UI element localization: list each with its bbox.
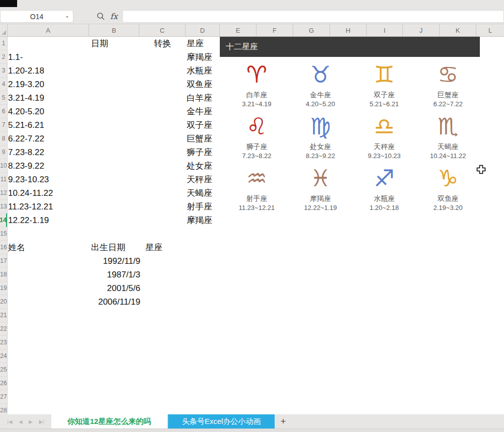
formula-input[interactable]: [122, 10, 504, 23]
tab-sheet2[interactable]: 头条号Excel办公小动画: [168, 414, 275, 428]
row-header[interactable]: 28: [0, 404, 7, 414]
row-header[interactable]: 25: [0, 363, 7, 377]
row-header[interactable]: 4: [0, 78, 7, 91]
search-icon[interactable]: [97, 12, 105, 23]
row-header[interactable]: 20: [0, 295, 7, 309]
date-range-cell[interactable]: 9.23-10.23: [8, 173, 53, 186]
birth-date-cell[interactable]: 2001/5/6: [53, 281, 140, 295]
date-range-cell[interactable]: 1.20-2.18: [8, 64, 53, 78]
row-header[interactable]: 14: [0, 213, 7, 227]
sign-result-cell[interactable]: 射手座: [187, 200, 212, 213]
row-header[interactable]: 6: [0, 105, 7, 118]
row-header[interactable]: 2: [0, 50, 7, 64]
sign-result-cell[interactable]: 摩羯座: [187, 50, 212, 64]
zodiac-glyph-icon: ♌: [246, 111, 267, 141]
date-range-cell[interactable]: 5.21-6.21: [8, 118, 53, 132]
row-header[interactable]: 8: [0, 132, 7, 146]
row-header[interactable]: 16: [0, 241, 7, 254]
zodiac-name: 巨蟹座: [438, 90, 459, 100]
row-header[interactable]: 23: [0, 336, 7, 349]
row-header[interactable]: 3: [0, 64, 7, 78]
row-header[interactable]: 15: [0, 227, 7, 241]
cell-a16-name-label[interactable]: 姓名: [8, 241, 25, 254]
date-range-cell[interactable]: 2.19-3.20: [8, 78, 53, 91]
date-range-cell[interactable]: 8.23-9.22: [8, 159, 53, 173]
zodiac-glyph-icon: ♓: [310, 163, 331, 193]
zodiac-glyph-icon: ♋: [438, 59, 458, 90]
birth-date-cell[interactable]: 2006/11/19: [53, 295, 140, 309]
last-sheet-icon[interactable]: ▶|: [39, 419, 44, 424]
row-header[interactable]: 11: [0, 173, 7, 186]
column-header-a[interactable]: A: [8, 24, 89, 36]
cell-b1-date-label[interactable]: 日期: [91, 37, 108, 50]
date-range-cell[interactable]: 11.23-12.21: [8, 200, 53, 213]
column-header-k[interactable]: K: [440, 24, 476, 36]
row-header[interactable]: 5: [0, 91, 7, 105]
row-header[interactable]: 26: [0, 377, 7, 390]
row-header[interactable]: 27: [0, 390, 7, 404]
zodiac-name: 射手座: [246, 193, 267, 203]
sign-result-cell[interactable]: 金牛座: [187, 105, 212, 118]
column-header-b[interactable]: B: [89, 24, 139, 36]
row-header[interactable]: 17: [0, 254, 7, 268]
fx-icon[interactable]: fx: [110, 12, 118, 21]
zodiac-card: ♒ 射手座 11.23~12.21: [225, 163, 289, 215]
date-range-cell[interactable]: 6.22-7.22: [8, 132, 53, 146]
sign-result-cell[interactable]: 巨蟹座: [187, 132, 212, 146]
zodiac-range: 12.22~1.19: [304, 203, 337, 212]
row-header[interactable]: 21: [0, 309, 7, 322]
prev-sheet-icon[interactable]: ◀: [19, 419, 23, 424]
column-header-d[interactable]: D: [186, 24, 220, 36]
row-header[interactable]: 13: [0, 200, 7, 213]
zodiac-range: 1.20~2.18: [370, 203, 399, 212]
first-sheet-icon[interactable]: |◀: [7, 419, 12, 424]
zodiac-range: 7.23~8.22: [242, 152, 271, 160]
row-header[interactable]: 22: [0, 322, 7, 336]
date-range-cell[interactable]: 7.23-8.22: [8, 146, 53, 159]
column-header-c[interactable]: C: [139, 24, 186, 36]
cell-c1-convert-label[interactable]: 转换: [139, 37, 186, 50]
row-header[interactable]: 18: [0, 268, 7, 281]
column-header-l[interactable]: L: [476, 24, 504, 36]
column-header-h[interactable]: H: [330, 24, 367, 36]
sign-result-cell[interactable]: 摩羯座: [187, 213, 212, 227]
column-header-i[interactable]: I: [367, 24, 403, 36]
next-sheet-icon[interactable]: ▶: [29, 419, 33, 424]
cell-d1-sign-label[interactable]: 星座: [187, 37, 204, 50]
row-header[interactable]: 19: [0, 281, 7, 295]
date-range-cell[interactable]: 12.22-1.19: [8, 213, 53, 227]
sign-result-cell[interactable]: 水瓶座: [187, 64, 212, 78]
row-header[interactable]: 7: [0, 118, 7, 132]
zodiac-panel[interactable]: 十二星座 ♈ 白羊座 3.21~4.19 ♉ 金牛座 4.20~5.20: [220, 37, 480, 57]
row-header[interactable]: 1: [0, 37, 7, 50]
row-header[interactable]: 10: [0, 159, 7, 173]
sign-result-cell[interactable]: 双鱼座: [187, 78, 212, 91]
sign-result-cell[interactable]: 处女座: [187, 159, 212, 173]
sign-result-cell[interactable]: 双子座: [187, 118, 212, 132]
sign-result-cell[interactable]: 天秤座: [187, 173, 212, 186]
column-header-j[interactable]: J: [403, 24, 440, 36]
column-header-g[interactable]: G: [293, 24, 330, 36]
name-box-dropdown-icon[interactable]: ▼: [65, 15, 69, 19]
date-range-cell[interactable]: 3.21-4.19: [8, 91, 53, 105]
select-all-corner[interactable]: [0, 24, 8, 36]
sign-result-cell[interactable]: 天蝎座: [187, 186, 212, 200]
cell-b16-birth-label[interactable]: 出生日期: [91, 241, 125, 254]
date-range-cell[interactable]: 4.20-5.20: [8, 105, 53, 118]
cell-c16-sign-label[interactable]: 星座: [145, 241, 162, 254]
tab-sheet1-active[interactable]: 你知道12星座怎么来的吗: [51, 414, 167, 428]
row-header[interactable]: 12: [0, 186, 7, 200]
birth-date-cell[interactable]: 1987/1/3: [53, 268, 140, 281]
sheet-grid[interactable]: 1 2 3 4 5 6 7 8 9 10 11 12: [0, 37, 504, 414]
column-header-f[interactable]: F: [257, 24, 293, 36]
add-sheet-button[interactable]: +: [275, 414, 292, 428]
row-header[interactable]: 24: [0, 349, 7, 363]
name-box[interactable]: O14 ▼: [0, 10, 73, 23]
date-range-cell[interactable]: 1.1-: [8, 50, 53, 64]
sign-result-cell[interactable]: 白羊座: [187, 91, 212, 105]
column-header-e[interactable]: E: [220, 24, 257, 36]
birth-date-cell[interactable]: 1992/11/9: [53, 254, 140, 268]
date-range-cell[interactable]: 10.24-11.22: [8, 186, 53, 200]
sign-result-cell[interactable]: 狮子座: [187, 146, 212, 159]
row-header[interactable]: 9: [0, 146, 7, 159]
